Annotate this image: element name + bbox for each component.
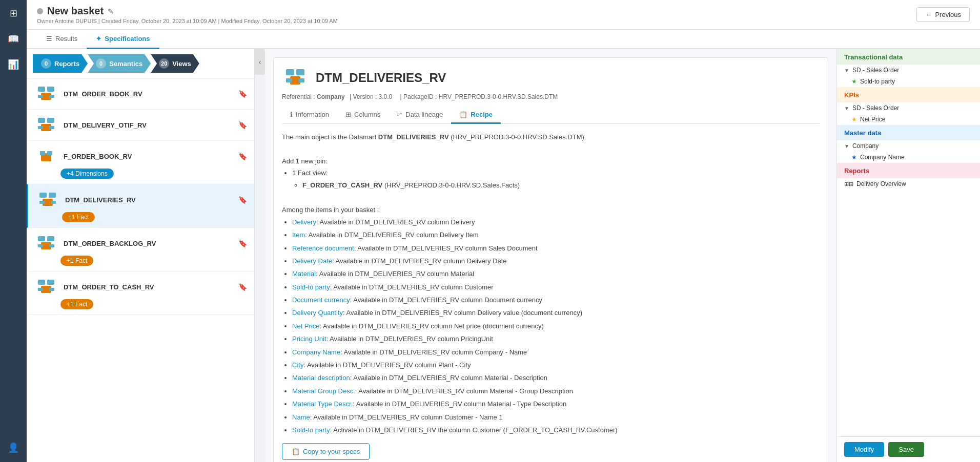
report-item-5[interactable]: DTM_ORDER_TO_CASH_RV 🔖 +1 Fact: [27, 271, 254, 315]
sub-tab-columns[interactable]: ⊞ Columns: [337, 107, 389, 124]
info-icon: ℹ: [290, 111, 293, 118]
pipeline-step-views[interactable]: 20 Views: [151, 54, 199, 73]
dtm-icon: [282, 66, 309, 89]
report-name-0: DTM_ORDER_BOOK_RV: [64, 90, 233, 98]
recipe-item-4: Material: Available in DTM_DELIVERIES_RV…: [292, 268, 820, 280]
recipe-item-10: Company Name: Available in DTM_DELIVERIE…: [292, 346, 820, 358]
copy-icon: 📋: [292, 448, 300, 455]
recipe-items-list: Delivery: Available in DTM_DELIVERIES_RV…: [282, 216, 820, 436]
transactional-section-title: Transactional data: [837, 49, 980, 65]
dtm-meta: Referential : Company | Version : 3.0.0 …: [282, 93, 820, 100]
master-item-1[interactable]: ★ Company Name: [837, 152, 980, 163]
recipe-icon: 📋: [459, 111, 467, 118]
fact-button-4[interactable]: +1 Fact: [60, 256, 93, 266]
report-icon-3: [35, 190, 60, 210]
svg-rect-30: [296, 69, 304, 75]
chart-icon[interactable]: 📊: [5, 56, 22, 73]
svg-rect-29: [286, 69, 294, 75]
svg-rect-7: [47, 118, 54, 123]
main-tab-bar: ☰ Results ✦ Specifications: [27, 30, 980, 49]
left-panel: 0 Reports 0 Semantics 20 Views: [27, 49, 255, 462]
recipe-item-1: Item: Available in DTM_DELIVERIES_RV col…: [292, 229, 820, 241]
bookmark-icon-1: 🔖: [238, 121, 247, 129]
recipe-item-13: Material Group Desc.: Available in DTM_D…: [292, 385, 820, 397]
arrow-left-icon: ←: [925, 11, 932, 18]
kpis-item-0[interactable]: ▼ SD - Sales Order: [837, 102, 980, 114]
sub-tab-recipe[interactable]: 📋 Recipe: [451, 107, 501, 124]
arrow-icon: ▼: [844, 68, 849, 73]
transactional-item-1[interactable]: ★ Sold-to party: [837, 76, 980, 87]
report-list: DTM_ORDER_BOOK_RV 🔖 DTM_DELIVERY_OTIF: [27, 78, 254, 462]
recipe-item-9: Pricing Unit: Available in DTM_DELIVERIE…: [292, 333, 820, 345]
user-icon[interactable]: 👤: [5, 439, 22, 456]
book-icon[interactable]: 📖: [5, 31, 22, 47]
recipe-item-16: Sold-to party: Activate in DTM_DELIVERIE…: [292, 424, 820, 436]
svg-rect-14: [39, 193, 47, 198]
svg-rect-9: [49, 126, 54, 129]
recipe-item-14: Material Type Descr.: Available in DTM_D…: [292, 398, 820, 410]
kpis-section-title: KPIs: [837, 87, 980, 102]
analytics-wizard-tab[interactable]: Analytics Wizard: [836, 90, 837, 142]
report-icon-5: [34, 277, 58, 297]
modify-button[interactable]: Modify: [844, 442, 884, 457]
fact-button-5[interactable]: +1 Fact: [60, 299, 93, 309]
svg-rect-27: [49, 288, 54, 291]
recipe-item-12: Material description: Available in DTM_D…: [292, 372, 820, 384]
collapse-panel-button[interactable]: ‹: [255, 49, 265, 75]
green-star-icon: ★: [851, 78, 857, 85]
transactional-item-0[interactable]: ▼ SD - Sales Order: [837, 65, 980, 76]
fact-button-3[interactable]: +1 Fact: [62, 212, 95, 222]
arrow-icon: ▼: [844, 143, 849, 149]
home-icon[interactable]: ⊞: [5, 5, 22, 22]
recipe-item-0: Delivery: Available in DTM_DELIVERIES_RV…: [292, 216, 820, 228]
svg-rect-3: [38, 95, 43, 98]
report-small-icon: ⊞⊞: [844, 181, 853, 187]
basket-info: New basket ✎ Owner Antoine DUPUIS | Crea…: [37, 5, 338, 24]
master-section-title: Master data: [837, 125, 980, 140]
save-button[interactable]: Save: [888, 442, 924, 457]
svg-rect-20: [47, 236, 54, 241]
tab-specifications[interactable]: ✦ Specifications: [87, 30, 159, 49]
reports-section-title: Reports: [837, 163, 980, 178]
kpis-item-1[interactable]: ★ Net Price: [837, 114, 980, 125]
reports-item-0[interactable]: ⊞⊞ Delivery Overview: [837, 178, 980, 190]
status-dot: [37, 8, 43, 14]
master-item-0[interactable]: ▼ Company: [837, 140, 980, 152]
report-name-1: DTM_DELIVERY_OTIF_RV: [64, 121, 233, 129]
svg-rect-32: [298, 78, 304, 82]
report-item-4[interactable]: DTM_ORDER_BACKLOG_RV 🔖 +1 Fact: [27, 228, 254, 271]
report-name-2: F_ORDER_BOOK_RV: [64, 153, 233, 160]
recipe-item-3: Delivery Date: Available in DTM_DELIVERI…: [292, 255, 820, 267]
report-item-0[interactable]: DTM_ORDER_BOOK_RV 🔖: [27, 78, 254, 110]
svg-rect-25: [47, 280, 54, 285]
pipeline-step-reports[interactable]: 0 Reports: [33, 54, 88, 73]
svg-rect-21: [38, 244, 43, 247]
report-item-3[interactable]: DTM_DELIVERIES_RV 🔖 +1 Fact: [27, 184, 254, 228]
svg-rect-26: [38, 288, 43, 291]
sidebar-footer: Modify Save: [837, 436, 980, 462]
dtm-header: DTM_DELIVERIES_RV: [282, 66, 820, 89]
star-icon-blue: ★: [851, 154, 857, 161]
bookmark-icon-5: 🔖: [238, 283, 247, 291]
dimensions-button[interactable]: +4 Dimensions: [60, 169, 114, 179]
svg-rect-22: [49, 244, 54, 247]
svg-rect-24: [38, 280, 45, 285]
sub-tab-information[interactable]: ℹ Information: [282, 107, 337, 124]
report-item-2[interactable]: F_ORDER_BOOK_RV 🔖 +4 Dimensions: [27, 141, 254, 184]
sub-tab-data-lineage[interactable]: ⇌ Data lineage: [389, 107, 451, 124]
svg-rect-2: [47, 87, 54, 92]
report-item-1[interactable]: DTM_DELIVERY_OTIF_RV 🔖: [27, 110, 254, 141]
previous-button[interactable]: ← Previous: [916, 7, 970, 22]
svg-rect-16: [39, 201, 45, 204]
bookmark-icon-2: 🔖: [238, 152, 247, 160]
recipe-content: The main object is the Datamart DTM_DELI…: [282, 131, 820, 436]
edit-icon[interactable]: ✎: [108, 7, 114, 15]
copy-to-specs-button[interactable]: 📋 Copy to your specs: [282, 443, 370, 460]
svg-rect-12: [47, 151, 52, 155]
tab-results[interactable]: ☰ Results: [37, 30, 87, 49]
recipe-item-7: Delivery Quantity: Available in DTM_DELI…: [292, 307, 820, 319]
detail-panel: DTM_DELIVERIES_RV Referential : Company …: [265, 49, 836, 462]
svg-rect-31: [286, 78, 292, 82]
pipeline-step-semantics[interactable]: 0 Semantics: [88, 54, 151, 73]
body-area: 0 Reports 0 Semantics 20 Views: [27, 49, 980, 462]
